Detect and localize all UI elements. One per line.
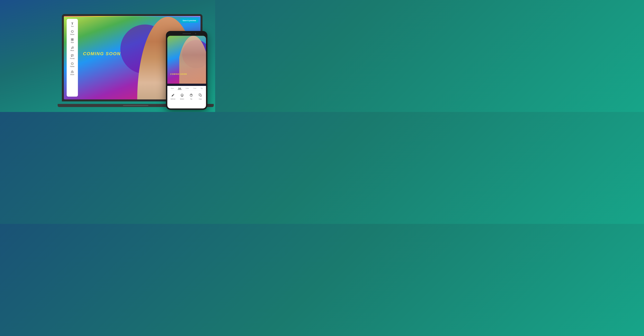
svg-point-16 [72, 64, 73, 64]
svg-point-7 [73, 48, 74, 48]
palette-icon [71, 62, 74, 65]
sticker-icon [71, 30, 74, 33]
svg-rect-9 [71, 57, 72, 57]
laptop-notch [123, 105, 148, 106]
copy-label: Copy [199, 98, 202, 100]
sidebar-item-brand[interactable]: Brand [68, 69, 77, 76]
toolbar-tabs: Style Edit Color Font Op [167, 86, 206, 90]
phone-canvas: COMING SOON [167, 36, 206, 84]
sidebar-item-text[interactable]: T Text [68, 21, 77, 28]
tab-font[interactable]: Font [193, 87, 197, 90]
sidebar-item-music[interactable]: Music [68, 45, 77, 52]
phone-speaker [182, 33, 191, 34]
action-bottom[interactable]: Bottom [180, 93, 184, 100]
phone-body: COMING SOON Style Edit Color Font Op [166, 31, 208, 110]
sidebar-item-style[interactable]: Style [68, 37, 77, 44]
edit-text-label: Edit text [171, 98, 175, 100]
toolbar-actions: Edit text Bottom [167, 90, 206, 101]
phone-person-image [179, 36, 206, 84]
rainbow-bar [64, 16, 200, 17]
top-icon [189, 93, 194, 98]
tab-color[interactable]: Color [185, 87, 190, 90]
action-top[interactable]: Top [189, 93, 194, 100]
tab-edit[interactable]: Edit [178, 87, 182, 90]
svg-rect-21 [200, 95, 202, 96]
copy-icon [198, 93, 203, 98]
svg-point-13 [72, 63, 72, 64]
top-label: Top [190, 98, 192, 100]
svg-point-6 [72, 48, 72, 49]
sidebar-item-palette[interactable]: Palette [68, 61, 77, 68]
action-edit-text[interactable]: Edit text [170, 93, 176, 100]
text-icon: T [71, 22, 74, 25]
phone-canvas-text: COMING SOON [170, 73, 187, 75]
svg-rect-2 [71, 39, 72, 39]
svg-rect-4 [71, 40, 72, 41]
svg-point-15 [72, 64, 72, 64]
sidebar-item-sticker[interactable]: Sticker [68, 29, 77, 36]
music-icon [71, 46, 74, 49]
sidebar-style-label: Style [71, 42, 74, 43]
sidebar-palette-label: Palette [70, 66, 74, 67]
format-icon [71, 54, 74, 57]
sidebar-text-label: Text [71, 26, 74, 27]
svg-point-14 [72, 63, 73, 64]
action-copy[interactable]: Copy [198, 93, 203, 100]
sidebar-music-label: Music [70, 50, 74, 51]
sidebar-sticker-label: Sticker [70, 34, 74, 35]
svg-rect-5 [72, 40, 74, 41]
sidebar-item-format[interactable]: Format [68, 53, 77, 60]
svg-point-1 [72, 31, 72, 32]
laptop-sidebar: T Text Sticker [67, 19, 78, 97]
sidebar-brand-label: Brand [70, 74, 74, 75]
tab-style[interactable]: Style [170, 87, 174, 90]
bottom-icon [180, 93, 184, 98]
edit-text-icon [170, 93, 176, 98]
style-icon [71, 38, 74, 41]
brand-icon [71, 70, 74, 73]
svg-point-12 [71, 63, 74, 65]
bottom-label: Bottom [180, 98, 184, 100]
tab-op[interactable]: Op [200, 87, 203, 90]
svg-rect-3 [72, 39, 74, 39]
sidebar-format-label: Format [70, 58, 74, 59]
svg-point-18 [72, 72, 72, 73]
save-preview-button[interactable]: Save & preview [180, 18, 198, 23]
canvas-coming-soon-text: COMING SOON [83, 51, 121, 56]
phone-camera [195, 33, 196, 34]
svg-rect-8 [71, 55, 74, 56]
phone-screen: COMING SOON Style Edit Color Font Op [167, 36, 206, 108]
phone: COMING SOON Style Edit Color Font Op [166, 31, 208, 110]
phone-toolbar: Style Edit Color Font Op [167, 86, 206, 108]
